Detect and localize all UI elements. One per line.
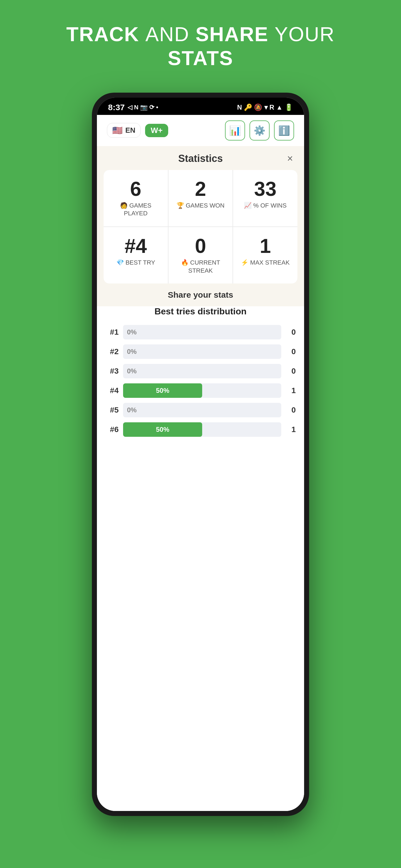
dist-bar-text-1: 0% xyxy=(127,328,137,336)
win-percent-number: 33 xyxy=(254,179,277,199)
info-icon: ℹ️ xyxy=(278,125,290,136)
dist-count-2: 0 xyxy=(286,347,296,356)
dist-bar-1: 0% xyxy=(123,325,281,339)
stat-best-try: #4 💎 BEST TRY xyxy=(104,227,168,283)
dist-row-2: #2 0% 0 xyxy=(105,344,296,359)
dist-bar-text-5: 0% xyxy=(127,406,137,414)
phone-frame: 8:37 ◁ N 📷 ⟳ • N 🔑 🔕 ▾ R ▲ 🔋 🇺🇸 EN W+ 📊 xyxy=(92,93,309,816)
dist-count-3: 0 xyxy=(286,367,296,376)
dist-row-6: #6 50% 1 xyxy=(105,422,296,437)
hero-share: SHARE xyxy=(196,23,268,45)
app-header: 🇺🇸 EN W+ 📊 ⚙️ ℹ️ xyxy=(97,115,304,146)
hero-and: AND xyxy=(145,23,196,45)
dist-bar-5: 0% xyxy=(123,403,281,417)
phone-notch xyxy=(184,98,217,106)
share-stats-button[interactable]: Share your stats xyxy=(97,290,304,300)
status-left: 8:37 ◁ N 📷 ⟳ • xyxy=(108,103,158,112)
games-played-number: 6 xyxy=(130,179,141,199)
w-plus-button[interactable]: W+ xyxy=(145,124,168,137)
dist-bar-text-6: 50% xyxy=(156,426,169,433)
dist-count-4: 1 xyxy=(286,386,296,395)
best-try-number: #4 xyxy=(124,236,147,256)
win-percent-label: 📈 % OF WINS xyxy=(244,202,287,210)
dist-count-1: 0 xyxy=(286,328,296,337)
language-button[interactable]: 🇺🇸 EN xyxy=(107,123,141,138)
games-won-number: 2 xyxy=(195,179,206,199)
dist-bar-6: 50% xyxy=(123,422,281,437)
stat-max-streak: 1 ⚡ MAX STREAK xyxy=(233,227,297,283)
stat-win-percent: 33 📈 % OF WINS xyxy=(233,170,297,226)
info-icon-button[interactable]: ℹ️ xyxy=(274,121,294,141)
status-icons-left: ◁ N 📷 ⟳ • xyxy=(127,104,158,111)
distribution-title: Best tries distribution xyxy=(105,306,296,317)
games-won-label: 🏆 GAMES WON xyxy=(176,202,225,210)
statistics-title: Statistics xyxy=(178,153,223,164)
dist-label-1: #1 xyxy=(105,328,119,337)
max-streak-number: 1 xyxy=(260,236,271,256)
dist-count-6: 1 xyxy=(286,425,296,434)
best-try-label: 💎 BEST TRY xyxy=(116,259,155,267)
dist-bar-3: 0% xyxy=(123,364,281,378)
dist-bar-text-4: 50% xyxy=(156,387,169,395)
stats-grid: 6 🧑 GAMESPLAYED 2 🏆 GAMES WON 33 📈 % OF … xyxy=(104,170,297,283)
close-button[interactable]: × xyxy=(287,153,293,164)
status-icons-right: N 🔑 🔕 ▾ R ▲ 🔋 xyxy=(237,103,293,111)
dist-bar-2: 0% xyxy=(123,344,281,359)
dist-bar-text-2: 0% xyxy=(127,348,137,355)
flag-icon: 🇺🇸 xyxy=(112,125,122,135)
dist-row-4: #4 50% 1 xyxy=(105,383,296,398)
chart-icon: 📊 xyxy=(229,125,241,136)
distribution-section: Best tries distribution #1 0% 0 #2 0% xyxy=(97,306,304,811)
gear-icon: ⚙️ xyxy=(254,125,265,136)
chart-icon-button[interactable]: 📊 xyxy=(225,121,245,141)
header-right-icons: 📊 ⚙️ ℹ️ xyxy=(225,121,294,141)
settings-icon-button[interactable]: ⚙️ xyxy=(250,121,269,141)
hero-text: TRACK AND SHARE YOUR STATS xyxy=(66,22,335,70)
current-streak-label: 🔥 CURRENTSTREAK xyxy=(181,259,220,275)
dist-label-3: #3 xyxy=(105,367,119,376)
status-right: N 🔑 🔕 ▾ R ▲ 🔋 xyxy=(237,103,293,111)
stat-games-played: 6 🧑 GAMESPLAYED xyxy=(104,170,168,226)
stat-current-streak: 0 🔥 CURRENTSTREAK xyxy=(169,227,233,283)
games-played-label: 🧑 GAMESPLAYED xyxy=(120,202,151,218)
dist-label-2: #2 xyxy=(105,347,119,356)
hero-track: TRACK xyxy=(66,23,139,45)
status-time: 8:37 xyxy=(108,103,125,112)
dist-bar-4: 50% xyxy=(123,383,281,398)
current-streak-number: 0 xyxy=(195,236,206,256)
dist-count-5: 0 xyxy=(286,406,296,414)
hero-stats: STATS xyxy=(168,47,233,69)
dist-row-5: #5 0% 0 xyxy=(105,403,296,417)
statistics-header: Statistics × xyxy=(97,146,304,170)
dist-label-4: #4 xyxy=(105,386,119,395)
dist-label-5: #5 xyxy=(105,406,119,414)
dist-row-3: #3 0% 0 xyxy=(105,364,296,378)
lang-label: EN xyxy=(125,126,135,135)
dist-bar-text-3: 0% xyxy=(127,367,137,375)
stat-games-won: 2 🏆 GAMES WON xyxy=(169,170,233,226)
hero-your: YOUR xyxy=(275,23,335,45)
phone-screen: 8:37 ◁ N 📷 ⟳ • N 🔑 🔕 ▾ R ▲ 🔋 🇺🇸 EN W+ 📊 xyxy=(97,98,304,811)
statistics-panel: Statistics × 6 🧑 GAMESPLAYED 2 🏆 GAMES W… xyxy=(97,146,304,306)
max-streak-label: ⚡ MAX STREAK xyxy=(241,259,290,267)
dist-row-1: #1 0% 0 xyxy=(105,325,296,339)
dist-label-6: #6 xyxy=(105,425,119,434)
